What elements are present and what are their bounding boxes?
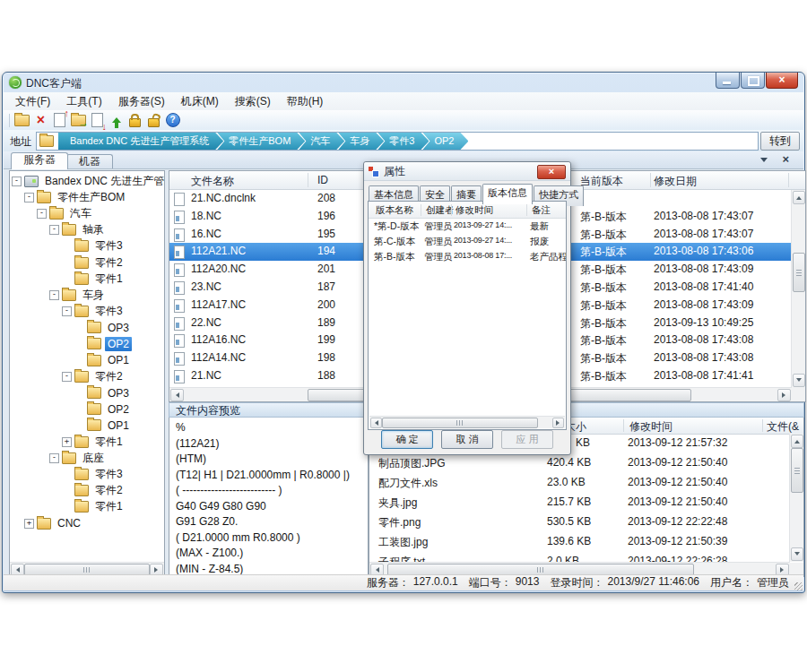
column-header-date[interactable]: 修改日期	[654, 174, 697, 189]
column-separator[interactable]	[762, 419, 763, 432]
scroll-left-icon[interactable]	[370, 418, 382, 428]
tree-item[interactable]: - 车身	[10, 287, 164, 303]
tree-item[interactable]: 零件3	[10, 466, 164, 482]
tree-item[interactable]: - 零件3	[10, 304, 164, 320]
attachment-row[interactable]: 配刀文件.xls 23.0 KB 2013-09-12 21:50:40	[369, 473, 790, 493]
tree-item[interactable]: 零件1	[10, 271, 164, 287]
attachment-row[interactable]: 子程序.txt 2.0 KB 2013-09-12 22:26:28	[369, 552, 790, 562]
column-separator[interactable]	[788, 173, 789, 187]
column-separator[interactable]	[623, 419, 624, 432]
scroll-down-icon[interactable]	[793, 374, 805, 387]
tree-item[interactable]: 零件2	[10, 254, 164, 271]
tree-expander[interactable]: +	[62, 437, 72, 447]
menu-item[interactable]: 机床(M)	[173, 92, 227, 111]
view-tab[interactable]: 服务器	[11, 152, 68, 169]
tree-item[interactable]: OP3	[10, 384, 164, 401]
resize-grip[interactable]	[794, 582, 803, 590]
breadcrumb-segment[interactable]: 零件生产BOM	[217, 133, 305, 150]
scroll-down-icon[interactable]	[791, 547, 803, 561]
close-tab-icon[interactable]	[782, 152, 789, 166]
tree-item[interactable]: OP2	[10, 336, 164, 352]
tree-item[interactable]: OP1	[10, 418, 164, 434]
tree-item[interactable]: 零件2	[10, 483, 164, 499]
upload-file-button[interactable]	[50, 112, 69, 129]
lock-button[interactable]	[126, 112, 144, 129]
unlock-button[interactable]	[144, 112, 163, 129]
column-header-modified[interactable]: 修改时间	[456, 204, 493, 217]
tree-expander[interactable]: -	[62, 306, 72, 316]
scroll-right-icon[interactable]	[777, 389, 791, 401]
up-arrow-button[interactable]	[107, 112, 126, 129]
close-button[interactable]	[766, 73, 798, 89]
menu-item[interactable]: 文件(F)	[7, 92, 58, 111]
column-header-file[interactable]: 文件(&	[767, 419, 799, 435]
breadcrumb-segment[interactable]: OP2	[422, 133, 468, 150]
breadcrumb-segment[interactable]: 零件3	[377, 133, 429, 150]
apply-button[interactable]: 应 用	[501, 430, 553, 449]
scroll-thumb[interactable]	[791, 448, 803, 493]
column-header-name[interactable]: 文件名称	[191, 174, 234, 189]
column-header-version[interactable]: 当前版本	[580, 174, 623, 189]
column-header-creator[interactable]: 创建者	[426, 204, 455, 217]
menu-item[interactable]: 搜索(S)	[227, 92, 279, 111]
menu-item[interactable]: 服务器(S)	[110, 92, 173, 111]
column-header-version-name[interactable]: 版本名称	[376, 204, 413, 217]
column-separator[interactable]	[650, 173, 651, 187]
tree-item[interactable]: - 轴承	[10, 222, 164, 238]
tree-item[interactable]: OP3	[10, 320, 164, 336]
menu-item[interactable]: 帮助(H)	[279, 92, 332, 111]
tree-expander[interactable]: -	[49, 453, 59, 463]
ok-button[interactable]: 确 定	[381, 430, 433, 449]
attachment-row[interactable]: 零件.png 530.5 KB 2013-09-12 22:22:48	[369, 513, 790, 532]
view-tab[interactable]: 机器	[66, 154, 113, 168]
version-row[interactable]: 第-B-版本 管理员 2013-08-08 17:... 老产品程序	[369, 249, 566, 264]
tree-item[interactable]: OP2	[10, 401, 164, 418]
attachment-row[interactable]: 夹具.jpg 215.7 KB 2013-09-12 21:50:40	[369, 493, 790, 513]
tree-expander[interactable]: +	[24, 519, 34, 529]
scroll-up-icon[interactable]	[791, 435, 803, 448]
address-input[interactable]: Bandex DNC 先进生产管理系统零件生产BOM汽车车身零件3OP2	[36, 132, 759, 151]
tree-expander[interactable]: -	[24, 193, 34, 202]
breadcrumb-segment[interactable]: 汽车	[299, 133, 344, 150]
chevron-down-icon[interactable]	[760, 158, 768, 166]
tree-item[interactable]: OP1	[10, 352, 164, 368]
tree-item[interactable]: - Bandex DNC 先进生产管理系统	[10, 173, 164, 189]
attachment-row[interactable]: 工装图.jpg 139.6 KB 2013-09-12 21:50:39	[369, 532, 790, 552]
tree-expander[interactable]: -	[49, 225, 59, 235]
dialog-tab[interactable]: 版本信息	[482, 184, 533, 204]
tree-item[interactable]: + CNC	[10, 515, 164, 531]
dialog-hscrollbar[interactable]	[369, 416, 565, 428]
import-folder-button[interactable]	[69, 112, 88, 129]
attachments-vscrollbar[interactable]	[789, 434, 803, 562]
attachment-row[interactable]: 制品顶图.JPG 420.4 KB 2013-09-12 21:50:40	[369, 453, 790, 473]
file-list-vscrollbar[interactable]	[791, 190, 805, 388]
scroll-thumb[interactable]	[793, 253, 805, 292]
tree-expander[interactable]: -	[37, 209, 47, 219]
dialog-close-button[interactable]	[537, 165, 566, 179]
tree-item[interactable]: - 零件2	[10, 368, 164, 384]
tree-item[interactable]: - 汽车	[10, 205, 164, 221]
cancel-button[interactable]: 取 消	[441, 430, 493, 449]
version-row[interactable]: *第-D-版本 管理员 2013-09-27 14:... 最新	[369, 219, 566, 234]
minimize-button[interactable]	[716, 73, 740, 89]
column-separator[interactable]	[308, 173, 308, 187]
tree-item[interactable]: + 零件1	[10, 434, 164, 450]
scroll-up-icon[interactable]	[793, 191, 805, 204]
go-button[interactable]: 转到	[760, 132, 800, 151]
column-header-remark[interactable]: 备注	[532, 204, 551, 217]
column-separator[interactable]	[421, 204, 421, 216]
scroll-thumb[interactable]	[382, 418, 538, 428]
title-bar[interactable]: DNC客户端	[3, 73, 804, 92]
tree-item[interactable]: - 底座	[10, 450, 164, 466]
tree-expander[interactable]: -	[49, 290, 59, 300]
scroll-right-icon[interactable]	[552, 418, 564, 428]
column-separator[interactable]	[451, 204, 452, 216]
version-row[interactable]: 第-C-版本 管理员 2013-09-27 14:... 报废	[369, 234, 566, 249]
column-header-id[interactable]: ID	[317, 174, 328, 186]
column-header-time[interactable]: 修改时间	[629, 419, 672, 435]
maximize-button[interactable]	[741, 73, 765, 89]
delete-button[interactable]	[31, 112, 50, 129]
column-separator[interactable]	[526, 204, 527, 216]
download-file-button[interactable]	[88, 112, 107, 129]
tree-item[interactable]: 零件3	[10, 238, 164, 254]
